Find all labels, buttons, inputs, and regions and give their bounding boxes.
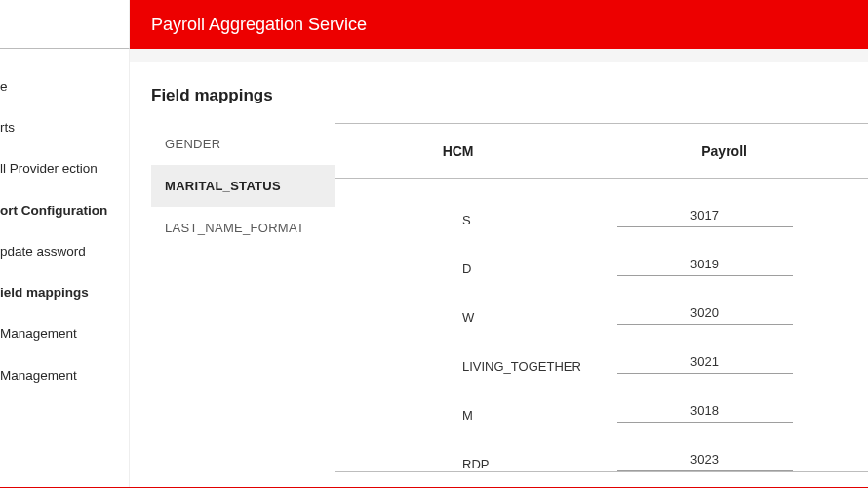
payroll-input[interactable] — [617, 403, 793, 423]
tab-last_name_format[interactable]: LAST_NAME_FORMAT — [151, 207, 335, 249]
payroll-cell — [580, 208, 868, 227]
sidebar-item-2[interactable]: ll Provider ection — [0, 148, 129, 189]
tab-label: LAST_NAME_FORMAT — [165, 221, 304, 235]
sidebar-item-5[interactable]: ield mappings — [0, 272, 129, 313]
hcm-cell: M — [335, 408, 580, 423]
app-title: Payroll Aggregation Service — [151, 15, 367, 35]
sidebar-item-label: Management — [0, 368, 77, 383]
sidebar-item-7[interactable]: Management — [0, 355, 129, 396]
sidebar-item-4[interactable]: pdate assword — [0, 231, 129, 272]
sidebar-item-1[interactable]: rts — [0, 107, 129, 148]
tab-marital_status[interactable]: MARITAL_STATUS — [151, 165, 335, 207]
payroll-input[interactable] — [617, 257, 793, 276]
table-row: M — [335, 374, 868, 423]
payroll-cell — [580, 403, 868, 423]
table-row: W — [335, 276, 868, 325]
sidebar-item-label: rts — [0, 120, 15, 135]
main-card: Field mappings GENDERMARITAL_STATUSLAST_… — [130, 62, 868, 487]
sidebar: ertsll Provider ectionort Configurationp… — [0, 49, 130, 487]
payroll-cell — [580, 354, 868, 374]
mapping-area: GENDERMARITAL_STATUSLAST_NAME_FORMAT HCM… — [151, 123, 868, 472]
payroll-cell — [580, 257, 868, 276]
table-row: D — [335, 227, 868, 276]
col-header-hcm: HCM — [335, 143, 580, 159]
hcm-cell: LIVING_TOGETHER — [335, 359, 580, 374]
sidebar-item-3[interactable]: ort Configuration — [0, 190, 129, 231]
payroll-input[interactable] — [617, 305, 793, 325]
logo-area — [0, 0, 130, 49]
table-row: S — [335, 179, 868, 227]
hcm-cell: D — [335, 262, 580, 276]
mapping-table: HCM Payroll SDWLIVING_TOGETHERMRDP — [335, 123, 868, 472]
sidebar-item-0[interactable]: e — [0, 66, 129, 107]
payroll-cell — [580, 305, 868, 325]
table-header-row: HCM Payroll — [335, 124, 868, 179]
sidebar-item-label: pdate assword — [0, 244, 86, 259]
tab-gender[interactable]: GENDER — [151, 123, 335, 165]
payroll-input[interactable] — [617, 354, 793, 374]
payroll-input[interactable] — [617, 452, 793, 471]
section-title: Field mappings — [151, 86, 868, 105]
sidebar-item-label: Management — [0, 326, 77, 341]
hcm-cell: W — [335, 310, 580, 325]
hcm-cell: RDP — [335, 457, 580, 471]
payroll-cell — [580, 452, 868, 471]
main: Field mappings GENDERMARITAL_STATUSLAST_… — [130, 49, 868, 487]
sidebar-item-label: ll Provider ection — [0, 161, 98, 176]
tab-label: GENDER — [165, 137, 220, 151]
sidebar-item-label: ield mappings — [0, 285, 89, 300]
table-row: RDP — [335, 423, 868, 471]
table-row: LIVING_TOGETHER — [335, 325, 868, 374]
tab-label: MARITAL_STATUS — [165, 179, 281, 193]
payroll-input[interactable] — [617, 208, 793, 227]
field-tab-list: GENDERMARITAL_STATUSLAST_NAME_FORMAT — [151, 123, 335, 249]
header-bar: Payroll Aggregation Service — [130, 0, 868, 49]
sidebar-item-6[interactable]: Management — [0, 313, 129, 354]
hcm-cell: S — [335, 213, 580, 227]
sidebar-item-label: ort Configuration — [0, 203, 107, 218]
col-header-payroll: Payroll — [580, 143, 868, 159]
sidebar-item-label: e — [0, 79, 8, 94]
